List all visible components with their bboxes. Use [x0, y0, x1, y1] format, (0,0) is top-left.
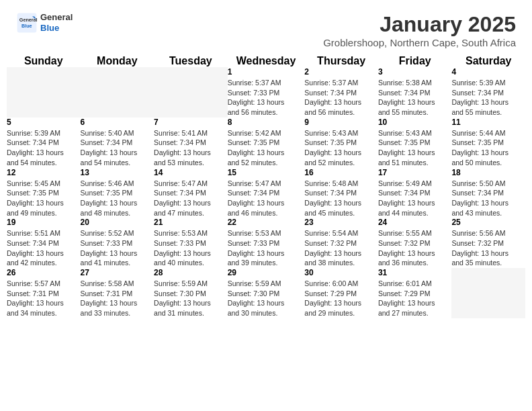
day-info: Sunrise: 5:46 AM Sunset: 7:35 PM Dayligh…	[81, 179, 154, 218]
calendar-cell: 31Sunrise: 6:01 AM Sunset: 7:29 PM Dayli…	[378, 268, 452, 318]
day-info: Sunrise: 6:00 AM Sunset: 7:29 PM Dayligh…	[304, 279, 378, 318]
calendar-week-row: 19Sunrise: 5:51 AM Sunset: 7:34 PM Dayli…	[7, 218, 525, 268]
day-number: 6	[81, 118, 154, 127]
day-number: 20	[81, 218, 154, 227]
day-number: 29	[228, 268, 305, 277]
calendar-cell: 3Sunrise: 5:38 AM Sunset: 7:34 PM Daylig…	[378, 67, 452, 118]
day-number: 11	[451, 118, 525, 127]
calendar-cell: 5Sunrise: 5:39 AM Sunset: 7:34 PM Daylig…	[7, 118, 81, 168]
day-info: Sunrise: 5:53 AM Sunset: 7:33 PM Dayligh…	[154, 228, 228, 268]
logo: General Blue General Blue	[16, 12, 73, 34]
calendar-cell: 16Sunrise: 5:48 AM Sunset: 7:34 PM Dayli…	[304, 168, 378, 218]
day-number: 10	[378, 118, 452, 127]
calendar-cell: 7Sunrise: 5:41 AM Sunset: 7:34 PM Daylig…	[154, 118, 228, 168]
day-number: 31	[378, 268, 452, 277]
weekday-header-row: SundayMondayTuesdayWednesdayThursdayFrid…	[7, 55, 525, 67]
weekday-header-sunday: Sunday	[7, 55, 81, 67]
calendar-cell: 18Sunrise: 5:50 AM Sunset: 7:34 PM Dayli…	[451, 168, 525, 218]
calendar-table: SundayMondayTuesdayWednesdayThursdayFrid…	[7, 55, 525, 318]
weekday-header-wednesday: Wednesday	[228, 55, 305, 67]
calendar-cell: 2Sunrise: 5:37 AM Sunset: 7:34 PM Daylig…	[304, 67, 378, 118]
day-number: 23	[304, 218, 378, 227]
day-info: Sunrise: 5:39 AM Sunset: 7:34 PM Dayligh…	[451, 78, 525, 118]
title-block: January 2025 Groblershoop, Northern Cape…	[323, 12, 516, 48]
calendar-week-row: 1Sunrise: 5:37 AM Sunset: 7:33 PM Daylig…	[7, 67, 525, 118]
logo-blue: Blue	[40, 23, 73, 34]
day-info: Sunrise: 5:54 AM Sunset: 7:32 PM Dayligh…	[304, 228, 378, 268]
day-number: 13	[81, 168, 154, 177]
calendar-cell: 11Sunrise: 5:44 AM Sunset: 7:35 PM Dayli…	[451, 118, 525, 168]
calendar-wrapper: SundayMondayTuesdayWednesdayThursdayFrid…	[0, 55, 532, 325]
day-info: Sunrise: 5:50 AM Sunset: 7:34 PM Dayligh…	[451, 179, 525, 218]
page-header: General Blue General Blue January 2025 G…	[0, 0, 532, 55]
calendar-cell: 24Sunrise: 5:55 AM Sunset: 7:32 PM Dayli…	[378, 218, 452, 268]
day-number: 22	[228, 218, 305, 227]
day-info: Sunrise: 5:51 AM Sunset: 7:34 PM Dayligh…	[7, 228, 81, 268]
calendar-cell	[451, 268, 525, 318]
day-number: 12	[7, 168, 81, 177]
day-number: 9	[304, 118, 378, 127]
day-info: Sunrise: 5:45 AM Sunset: 7:35 PM Dayligh…	[7, 179, 81, 218]
calendar-cell: 25Sunrise: 5:56 AM Sunset: 7:32 PM Dayli…	[451, 218, 525, 268]
logo-text: General Blue	[40, 12, 73, 33]
day-number: 15	[228, 168, 305, 177]
day-info: Sunrise: 5:40 AM Sunset: 7:34 PM Dayligh…	[81, 128, 154, 168]
day-number: 7	[154, 118, 228, 127]
calendar-body: 1Sunrise: 5:37 AM Sunset: 7:33 PM Daylig…	[7, 67, 525, 318]
calendar-cell: 22Sunrise: 5:53 AM Sunset: 7:33 PM Dayli…	[228, 218, 305, 268]
logo-general: General	[40, 12, 73, 23]
day-number: 26	[7, 268, 81, 277]
calendar-cell: 20Sunrise: 5:52 AM Sunset: 7:33 PM Dayli…	[81, 218, 154, 268]
calendar-cell: 27Sunrise: 5:58 AM Sunset: 7:31 PM Dayli…	[81, 268, 154, 318]
month-title: January 2025	[323, 12, 516, 37]
calendar-cell: 30Sunrise: 6:00 AM Sunset: 7:29 PM Dayli…	[304, 268, 378, 318]
day-info: Sunrise: 5:43 AM Sunset: 7:35 PM Dayligh…	[378, 128, 452, 168]
day-info: Sunrise: 5:57 AM Sunset: 7:31 PM Dayligh…	[7, 279, 81, 318]
day-number: 8	[228, 118, 305, 127]
calendar-cell: 14Sunrise: 5:47 AM Sunset: 7:34 PM Dayli…	[154, 168, 228, 218]
day-info: Sunrise: 5:37 AM Sunset: 7:33 PM Dayligh…	[228, 78, 305, 118]
calendar-cell: 4Sunrise: 5:39 AM Sunset: 7:34 PM Daylig…	[451, 67, 525, 118]
calendar-cell	[154, 67, 228, 118]
calendar-cell	[7, 67, 81, 118]
day-info: Sunrise: 5:38 AM Sunset: 7:34 PM Dayligh…	[378, 78, 452, 118]
day-info: Sunrise: 5:41 AM Sunset: 7:34 PM Dayligh…	[154, 128, 228, 168]
calendar-cell: 19Sunrise: 5:51 AM Sunset: 7:34 PM Dayli…	[7, 218, 81, 268]
day-info: Sunrise: 5:37 AM Sunset: 7:34 PM Dayligh…	[304, 78, 378, 118]
calendar-cell	[81, 67, 154, 118]
calendar-cell: 21Sunrise: 5:53 AM Sunset: 7:33 PM Dayli…	[154, 218, 228, 268]
day-info: Sunrise: 5:56 AM Sunset: 7:32 PM Dayligh…	[451, 228, 525, 268]
day-number: 5	[7, 118, 81, 127]
day-info: Sunrise: 5:55 AM Sunset: 7:32 PM Dayligh…	[378, 228, 452, 268]
calendar-cell: 9Sunrise: 5:43 AM Sunset: 7:35 PM Daylig…	[304, 118, 378, 168]
day-number: 19	[7, 218, 81, 227]
day-number: 14	[154, 168, 228, 177]
day-number: 30	[304, 268, 378, 277]
weekday-header-monday: Monday	[81, 55, 154, 67]
day-number: 4	[451, 67, 525, 77]
day-info: Sunrise: 5:47 AM Sunset: 7:34 PM Dayligh…	[154, 179, 228, 218]
day-number: 16	[304, 168, 378, 177]
calendar-cell: 15Sunrise: 5:47 AM Sunset: 7:34 PM Dayli…	[228, 168, 305, 218]
weekday-header-thursday: Thursday	[304, 55, 378, 67]
day-number: 2	[304, 67, 378, 77]
calendar-cell: 6Sunrise: 5:40 AM Sunset: 7:34 PM Daylig…	[81, 118, 154, 168]
day-number: 27	[81, 268, 154, 277]
day-info: Sunrise: 5:44 AM Sunset: 7:35 PM Dayligh…	[451, 128, 525, 168]
calendar-week-row: 12Sunrise: 5:45 AM Sunset: 7:35 PM Dayli…	[7, 168, 525, 218]
calendar-cell: 10Sunrise: 5:43 AM Sunset: 7:35 PM Dayli…	[378, 118, 452, 168]
calendar-cell: 8Sunrise: 5:42 AM Sunset: 7:35 PM Daylig…	[228, 118, 305, 168]
calendar-cell: 26Sunrise: 5:57 AM Sunset: 7:31 PM Dayli…	[7, 268, 81, 318]
day-number: 3	[378, 67, 452, 77]
svg-text:Blue: Blue	[21, 23, 32, 29]
day-info: Sunrise: 5:42 AM Sunset: 7:35 PM Dayligh…	[228, 128, 305, 168]
calendar-cell: 29Sunrise: 5:59 AM Sunset: 7:30 PM Dayli…	[228, 268, 305, 318]
day-number: 1	[228, 67, 305, 77]
day-info: Sunrise: 5:39 AM Sunset: 7:34 PM Dayligh…	[7, 128, 81, 168]
calendar-week-row: 26Sunrise: 5:57 AM Sunset: 7:31 PM Dayli…	[7, 268, 525, 318]
calendar-cell: 23Sunrise: 5:54 AM Sunset: 7:32 PM Dayli…	[304, 218, 378, 268]
weekday-header-tuesday: Tuesday	[154, 55, 228, 67]
day-info: Sunrise: 5:59 AM Sunset: 7:30 PM Dayligh…	[228, 279, 305, 318]
calendar-cell: 13Sunrise: 5:46 AM Sunset: 7:35 PM Dayli…	[81, 168, 154, 218]
day-number: 25	[451, 218, 525, 227]
